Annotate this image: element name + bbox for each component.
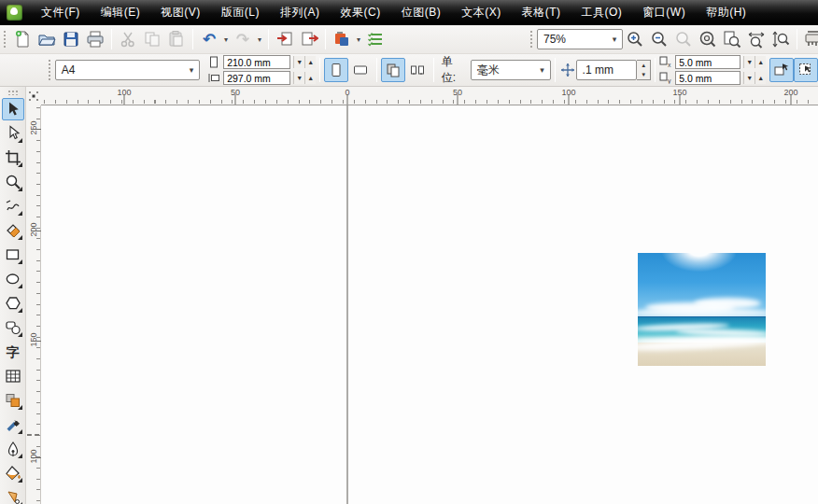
zoom-width-icon (747, 30, 766, 49)
zoom-tool[interactable] (2, 171, 24, 193)
zoom-out-icon (650, 30, 669, 49)
duplicate-x-icon: x (659, 56, 672, 69)
menu-layout[interactable]: 版面(L) (211, 0, 270, 25)
menu-view[interactable]: 视图(V) (150, 0, 211, 25)
menu-table[interactable]: 表格(T) (512, 0, 571, 25)
polygon-tool[interactable] (2, 292, 24, 315)
menu-text[interactable]: 文本(X) (451, 0, 512, 25)
interactive-blend-tool[interactable] (2, 389, 24, 412)
zoom-selected-button[interactable] (671, 27, 696, 51)
table-tool-icon (5, 368, 21, 385)
toolbox-grip[interactable] (7, 89, 18, 95)
menu-tools[interactable]: 工具(O) (571, 0, 633, 25)
options-list-button[interactable] (363, 27, 388, 51)
zoom-all-icon (698, 30, 717, 49)
paste-button[interactable] (164, 27, 189, 51)
copy-icon (143, 30, 162, 49)
zoom-out-button[interactable] (647, 27, 671, 51)
ruler-origin[interactable] (26, 87, 41, 105)
interactive-fill-tool[interactable] (2, 486, 24, 504)
zoom-all-objects-button[interactable] (696, 27, 720, 51)
units-combo[interactable]: 毫米 ▾ (471, 60, 551, 80)
crop-tool[interactable] (2, 147, 24, 169)
beach-image-object[interactable] (638, 253, 766, 366)
paste-icon (167, 30, 186, 49)
redo-button[interactable]: ↷ (231, 27, 255, 51)
zoom-toolbar-grip[interactable] (529, 29, 534, 49)
launcher-dropdown[interactable]: ▾ (354, 35, 363, 44)
open-button[interactable] (35, 27, 59, 51)
save-icon (62, 30, 80, 49)
units-value: 毫米 (472, 63, 535, 78)
copy-button[interactable] (140, 27, 164, 51)
ellipse-tool[interactable] (2, 268, 24, 290)
outline-pen-tool[interactable] (2, 438, 24, 460)
freehand-tool[interactable] (2, 195, 24, 217)
new-document-button[interactable] (10, 27, 35, 51)
export-button[interactable] (297, 27, 321, 51)
basic-shapes-tool[interactable] (2, 316, 24, 339)
current-page-button[interactable] (405, 58, 430, 82)
import-button[interactable] (273, 27, 297, 51)
cut-button[interactable] (116, 27, 140, 51)
zoom-in-button[interactable] (623, 27, 647, 51)
pick-tool[interactable] (2, 98, 24, 120)
drawing-canvas[interactable] (41, 105, 818, 504)
menu-window[interactable]: 窗口(W) (632, 0, 696, 25)
property-bar: A4 ▾ 210.0 mm ▼▲ 297.0 mm ▼▲ (0, 54, 818, 87)
paper-height-value: 297.0 mm (224, 73, 289, 84)
app-launcher-icon (332, 30, 351, 49)
all-pages-button[interactable] (381, 58, 405, 82)
horizontal-ruler[interactable]: 100 50 0 50 100 150 200 (41, 87, 818, 105)
landscape-button[interactable] (348, 58, 373, 82)
paper-width-field[interactable]: 210.0 mm (223, 55, 290, 69)
application-launcher-button[interactable] (330, 27, 354, 51)
text-tool-icon: 字 (7, 345, 20, 358)
menu-effects[interactable]: 效果(C) (331, 0, 391, 25)
vertical-ruler[interactable]: 250 200 150 100 (26, 105, 41, 504)
fill-tool[interactable] (2, 462, 24, 484)
toolbar-separator (111, 29, 112, 49)
undo-icon: ↶ (203, 32, 216, 48)
ruler-label: 250 (29, 120, 38, 135)
rectangle-tool[interactable] (2, 244, 24, 266)
menu-arrange[interactable]: 排列(A) (270, 0, 331, 25)
menu-bitmaps[interactable]: 位图(B) (391, 0, 452, 25)
redo-dropdown[interactable]: ▾ (255, 35, 264, 44)
duplicate-y-spinner[interactable]: ▼▲ (743, 72, 766, 84)
nudge-offset-field[interactable]: .1 mm (576, 60, 638, 80)
nudge-offset-spinner[interactable]: ▲▼ (637, 60, 651, 80)
duplicate-x-spinner[interactable]: ▼▲ (743, 56, 766, 68)
toolbar-grip[interactable] (2, 29, 7, 49)
treat-as-filled-button[interactable] (769, 58, 794, 82)
shape-tool[interactable] (2, 122, 24, 145)
menu-help[interactable]: 帮助(H) (696, 0, 756, 25)
table-tool[interactable] (2, 365, 24, 387)
zoom-to-height-button[interactable] (769, 27, 793, 51)
undo-button[interactable]: ↶ (197, 27, 221, 51)
zoom-level-combo[interactable]: 75% ▾ (537, 29, 623, 49)
smart-fill-tool[interactable] (2, 219, 24, 242)
save-button[interactable] (59, 27, 83, 51)
menu-file[interactable]: 文件(F) (31, 0, 91, 25)
zoom-to-page-button[interactable] (720, 27, 744, 51)
print-button[interactable] (83, 27, 107, 51)
ruler-label: 150 (29, 332, 38, 347)
propbar-separator (555, 58, 556, 82)
eyedropper-tool[interactable] (2, 413, 24, 436)
snap-drawer-button[interactable] (801, 27, 818, 51)
paper-height-spinner[interactable]: ▼▲ (293, 72, 316, 84)
duplicate-x-field[interactable]: 5.0 mm (675, 55, 740, 69)
portrait-button[interactable] (324, 58, 348, 82)
paper-size-combo[interactable]: A4 ▾ (55, 60, 200, 80)
propbar-grip[interactable] (47, 58, 52, 82)
snap-to-objects-button[interactable] (794, 58, 818, 82)
duplicate-y-field[interactable]: 5.0 mm (675, 71, 740, 85)
paper-width-spinner[interactable]: ▼▲ (293, 56, 316, 68)
text-tool[interactable]: 字 (2, 341, 24, 363)
zoom-to-width-button[interactable] (744, 27, 769, 51)
propbar-separator (655, 58, 656, 82)
paper-height-field[interactable]: 297.0 mm (223, 71, 290, 85)
undo-dropdown[interactable]: ▾ (221, 35, 231, 44)
menu-edit[interactable]: 编辑(E) (91, 0, 151, 25)
